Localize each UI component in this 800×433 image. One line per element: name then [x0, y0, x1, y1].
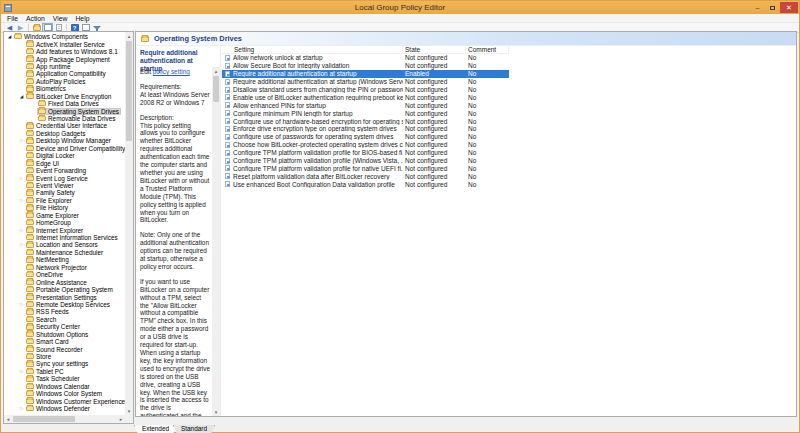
column-header-comment[interactable]: Comment — [466, 46, 509, 54]
setting-row-enable-use-of-bitlocker-authentication-r[interactable]: Enable use of BitLocker authentication r… — [222, 93, 509, 101]
setting-row-configure-use-of-hardware-based-encrypti[interactable]: Configure use of hardware-based encrypti… — [222, 117, 509, 125]
expanded-arrow-icon[interactable]: ◢ — [18, 94, 25, 99]
tree-item-shutdown-options[interactable]: Shutdown Options — [4, 331, 125, 338]
scroll-up-icon[interactable]: ▴ — [212, 67, 220, 75]
description-scrollbar[interactable]: ▴ ▾ — [212, 67, 220, 416]
description-scroll-thumb[interactable] — [213, 76, 219, 102]
tree-item-network-projector[interactable]: Network Projector — [4, 264, 125, 271]
tree-item-desktop-gadgets[interactable]: Desktop Gadgets — [4, 130, 125, 137]
tree-item-event-log-service[interactable]: ▷Event Log Service — [4, 174, 125, 181]
collapsed-arrow-icon[interactable]: ▷ — [18, 242, 25, 247]
tree-item-edge-ui[interactable]: Edge UI — [4, 159, 125, 166]
tree-item-application-compatibility[interactable]: Application Compatibility — [4, 70, 125, 77]
tree-vertical-scrollbar[interactable]: ▴ ▾ — [125, 32, 133, 415]
menu-file[interactable]: File — [3, 15, 22, 22]
tree-item-maintenance-scheduler[interactable]: Maintenance Scheduler — [4, 249, 125, 256]
tree-item-sync-your-settings[interactable]: Sync your settings — [4, 360, 125, 367]
tree-item-homegroup[interactable]: HomeGroup — [4, 219, 125, 226]
tree-item-device-and-driver-compatibility[interactable]: Device and Driver Compatibility — [4, 145, 125, 152]
column-header-state[interactable]: State — [403, 46, 466, 54]
setting-row-require-additional-authentication-at-sta[interactable]: Require additional authentication at sta… — [222, 78, 509, 86]
tree-item-app-runtime[interactable]: App runtime — [4, 63, 125, 70]
setting-row-enforce-drive-encryption-type-on-operati[interactable]: Enforce drive encryption type on operati… — [222, 125, 509, 133]
tree-item-netmeeting[interactable]: NetMeeting — [4, 256, 125, 263]
maximize-button[interactable] — [765, 2, 780, 13]
close-button[interactable]: ✕ — [780, 2, 798, 13]
setting-row-configure-minimum-pin-length-for-startup[interactable]: Configure minimum PIN length for startup… — [222, 109, 509, 117]
tree-item-sound-recorder[interactable]: Sound Recorder — [4, 345, 125, 352]
tree-item-app-package-deployment[interactable]: App Package Deployment — [4, 55, 125, 62]
tree-item-digital-locker[interactable]: Digital Locker — [4, 152, 125, 159]
minimize-button[interactable]: – — [750, 2, 765, 13]
tab-extended[interactable]: Extended — [134, 425, 177, 433]
tree-item-file-history[interactable]: File History — [4, 204, 125, 211]
collapsed-arrow-icon[interactable]: ▷ — [18, 138, 25, 143]
tree-item-smart-card[interactable]: Smart Card — [4, 338, 125, 345]
collapsed-arrow-icon[interactable]: ▷ — [18, 302, 25, 307]
tree-item-windows-defender[interactable]: ▷Windows Defender — [4, 405, 125, 412]
title-bar[interactable]: Local Group Policy Editor – ✕ — [1, 1, 799, 14]
tree-item-biometrics[interactable]: Biometrics — [4, 85, 125, 92]
tree-item-windows-customer-experience-im[interactable]: Windows Customer Experience Im — [4, 397, 125, 404]
scroll-left-icon[interactable]: ◂ — [4, 415, 12, 423]
tree-item-add-features-to-windows-8-1[interactable]: Add features to Windows 8.1 — [4, 48, 125, 55]
scroll-right-icon[interactable]: ▸ — [117, 415, 125, 423]
setting-row-choose-how-bitlocker-protected-operating[interactable]: Choose how BitLocker-protected operating… — [222, 141, 509, 149]
tree-item-operating-system-drives[interactable]: Operating System Drives — [4, 107, 125, 114]
tree-item-tablet-pc[interactable]: ▷Tablet PC — [4, 368, 125, 375]
setting-row-reset-platform-validation-data-after-bit[interactable]: Reset platform validation data after Bit… — [222, 172, 509, 180]
expanded-arrow-icon[interactable]: ◢ — [6, 34, 13, 39]
tree-item-online-assistance[interactable]: Online Assistance — [4, 278, 125, 285]
collapsed-arrow-icon[interactable]: ▷ — [18, 406, 25, 411]
tree-item-security-center[interactable]: Security Center — [4, 323, 125, 330]
setting-row-configure-tpm-platform-validation-profil[interactable]: Configure TPM platform validation profil… — [222, 149, 509, 157]
tree-item-presentation-settings[interactable]: Presentation Settings — [4, 293, 125, 300]
tree-item-desktop-window-manager[interactable]: ▷Desktop Window Manager — [4, 137, 125, 144]
setting-row-require-additional-authentication-at-sta[interactable]: Require additional authentication at sta… — [222, 70, 509, 78]
tree-item-event-forwarding[interactable]: Event Forwarding — [4, 167, 125, 174]
tree-item-remote-desktop-services[interactable]: ▷Remote Desktop Services — [4, 301, 125, 308]
scroll-down-icon[interactable]: ▾ — [125, 407, 133, 415]
tree-item-game-explorer[interactable]: Game Explorer — [4, 212, 125, 219]
tree-item-task-scheduler[interactable]: Task Scheduler — [4, 375, 125, 382]
column-header-setting[interactable]: Setting — [222, 46, 403, 54]
setting-row-allow-enhanced-pins-for-startup[interactable]: Allow enhanced PINs for startupNot confi… — [222, 101, 509, 109]
tab-standard[interactable]: Standard — [173, 425, 215, 433]
tree-item-file-explorer[interactable]: ▷File Explorer — [4, 197, 125, 204]
tree-item-windows-calendar[interactable]: Windows Calendar — [4, 383, 125, 390]
tree-item-event-viewer[interactable]: Event Viewer — [4, 182, 125, 189]
scroll-up-icon[interactable]: ▴ — [125, 32, 133, 40]
tree-item-windows-color-system[interactable]: Windows Color System — [4, 390, 125, 397]
tree-item-credential-user-interface[interactable]: Credential User Interface — [4, 122, 125, 129]
tree-item-location-and-sensors[interactable]: ▷Location and Sensors — [4, 241, 125, 248]
tree-item-bitlocker-drive-encryption[interactable]: ◢BitLocker Drive Encryption — [4, 93, 125, 100]
tree-item-internet-information-services[interactable]: Internet Information Services — [4, 234, 125, 241]
tree-item-internet-explorer[interactable]: ▷Internet Explorer — [4, 226, 125, 233]
tree-item-autoplay-policies[interactable]: AutoPlay Policies — [4, 78, 125, 85]
tree-item-portable-operating-system[interactable]: Portable Operating System — [4, 286, 125, 293]
collapsed-arrow-icon[interactable]: ▷ — [18, 228, 25, 233]
tree-item-family-safety[interactable]: Family Safety — [4, 189, 125, 196]
collapsed-arrow-icon[interactable]: ▷ — [18, 176, 25, 181]
tree-hscroll-thumb[interactable] — [13, 416, 75, 422]
setting-row-configure-tpm-platform-validation-profil[interactable]: Configure TPM platform validation profil… — [222, 157, 509, 165]
setting-row-allow-secure-boot-for-integrity-validati[interactable]: Allow Secure Boot for integrity validati… — [222, 62, 509, 70]
setting-row-configure-use-of-passwords-for-operating[interactable]: Configure use of passwords for operating… — [222, 133, 509, 141]
menu-action[interactable]: Action — [22, 15, 49, 22]
scroll-down-icon[interactable]: ▾ — [212, 408, 220, 416]
setting-row-use-enhanced-boot-configuration-data-val[interactable]: Use enhanced Boot Configuration Data val… — [222, 180, 509, 188]
tree-item-rss-feeds[interactable]: RSS Feeds — [4, 308, 125, 315]
tree-item-store[interactable]: Store — [4, 353, 125, 360]
collapsed-arrow-icon[interactable]: ▷ — [18, 369, 25, 374]
setting-row-allow-network-unlock-at-startup[interactable]: Allow network unlock at startupNot confi… — [222, 54, 509, 62]
tree-vscroll-thumb[interactable] — [126, 41, 132, 141]
collapsed-arrow-icon[interactable]: ▷ — [18, 198, 25, 203]
menu-help[interactable]: Help — [71, 15, 93, 22]
setting-row-configure-tpm-platform-validation-profil[interactable]: Configure TPM platform validation profil… — [222, 164, 509, 172]
tree-item-onedrive[interactable]: OneDrive — [4, 271, 125, 278]
tree-item-removable-data-drives[interactable]: Removable Data Drives — [4, 115, 125, 122]
tree-item-fixed-data-drives[interactable]: Fixed Data Drives — [4, 100, 125, 107]
menu-view[interactable]: View — [49, 15, 72, 22]
tree-item-activex-installer-service[interactable]: ActiveX Installer Service — [4, 40, 125, 47]
edit-policy-setting-link[interactable]: policy setting — [153, 68, 190, 75]
